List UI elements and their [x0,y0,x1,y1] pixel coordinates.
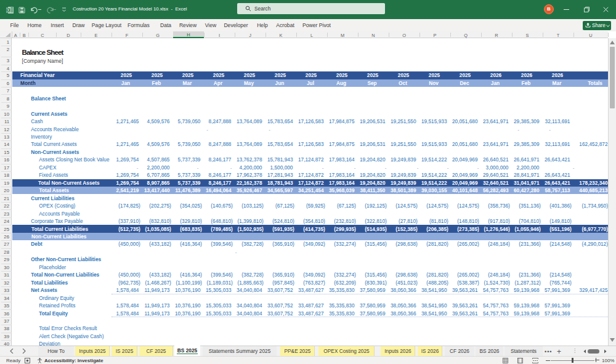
svg-text:X: X [7,8,10,12]
